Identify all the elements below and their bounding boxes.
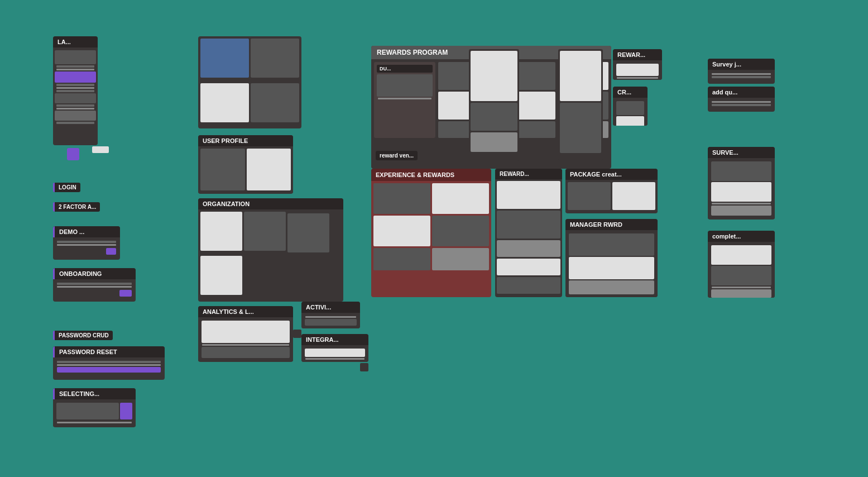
add-qu-card[interactable]: add qu... (708, 87, 775, 112)
manager-rwrd-card[interactable]: MANAGER RWRD (565, 219, 658, 297)
surve-label: SURVE... (708, 147, 775, 158)
small-connector-1 (293, 330, 301, 338)
activity-card[interactable]: ACTIVI... (301, 302, 360, 328)
purple-icon (67, 148, 79, 160)
rewar-card[interactable]: REWAR... (613, 49, 662, 80)
rewar-label: REWAR... (613, 49, 662, 60)
reward-vendors-label: reward ven... (376, 151, 418, 160)
experience-rewards-header: EXPERIENCE & REWARDS (371, 169, 491, 181)
selecting-label: SELECTING... (53, 388, 136, 399)
package-create-card[interactable]: PACKAGE creat... (565, 169, 658, 213)
integra-label: INTEGRA... (301, 334, 368, 345)
onboarding-label: ONBOARDING (53, 268, 136, 279)
package-create-label: PACKAGE creat... (565, 169, 658, 180)
du-sub-card[interactable]: DU... (374, 62, 435, 138)
manager-rwrd-label: MANAGER RWRD (565, 219, 658, 230)
organization-label: ORGANIZATION (198, 198, 343, 209)
experience-rewards-section: EXPERIENCE & REWARDS (371, 169, 491, 297)
selecting-card[interactable]: SELECTING... (53, 388, 136, 427)
complete-label: complet... (708, 231, 775, 242)
activity-label: ACTIVI... (301, 302, 360, 313)
reward-header: REWARD... (495, 169, 562, 179)
small-thumb-la (92, 146, 109, 153)
demo-label: DEMO ... (53, 226, 120, 237)
rewards-right-thumbs (469, 49, 519, 161)
la-card-label: LA... (53, 36, 98, 47)
two-factor-label: 2 FACTOR A... (53, 202, 100, 212)
la-card[interactable]: LA... (53, 36, 98, 145)
password-crud-card[interactable]: PASSWORD CRUD (53, 330, 113, 340)
user-profile-label: USER PROFILE (198, 135, 293, 146)
complete-card[interactable]: complet... (708, 231, 775, 298)
analytics-card[interactable]: ANALYTICS & L... (198, 306, 293, 362)
survey-j-label: Survey j... (708, 59, 775, 70)
demo-card[interactable]: DEMO ... (53, 226, 120, 260)
reward-vendors-card[interactable]: reward ven... (376, 150, 418, 160)
analytics-label: ANALYTICS & L... (198, 306, 293, 317)
onboarding-card[interactable]: ONBOARDING (53, 268, 136, 302)
cr-label: CR... (613, 87, 648, 98)
organization-card[interactable]: ORGANIZATION (198, 198, 343, 302)
login-label: LOGIN (53, 183, 80, 192)
password-crud-label: PASSWORD CRUD (53, 331, 113, 340)
two-factor-card[interactable]: 2 FACTOR A... (53, 201, 100, 212)
survey-j-card[interactable]: Survey j... (708, 59, 775, 84)
top-thumbnails (198, 36, 301, 128)
right-thumbs (558, 49, 603, 161)
user-profile-card[interactable]: USER PROFILE (198, 135, 293, 194)
reward-section: REWARD... (495, 169, 562, 297)
du-label: DU... (377, 65, 433, 73)
login-card[interactable]: LOGIN (53, 182, 80, 192)
password-reset-card[interactable]: PASSWORD RESET (53, 346, 165, 380)
integra-card[interactable]: INTEGRA... (301, 334, 368, 362)
small-connector-2 (360, 363, 368, 371)
add-qu-label: add qu... (708, 87, 775, 98)
password-reset-label: PASSWORD RESET (53, 346, 165, 357)
surve-card[interactable]: SURVE... (708, 147, 775, 220)
cr-card[interactable]: CR... (613, 87, 648, 126)
